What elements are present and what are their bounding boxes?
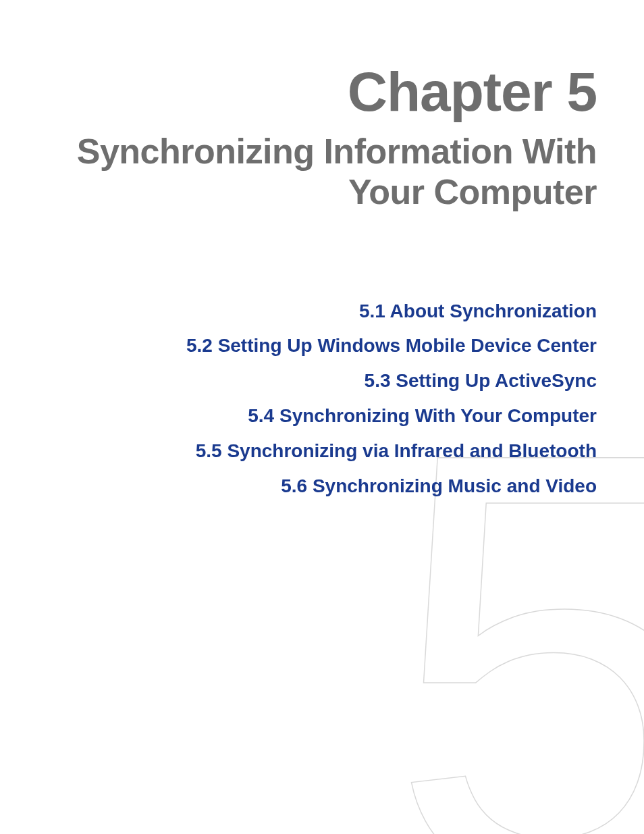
- chapter-toc: 5.1 About Synchronization 5.2 Setting Up…: [47, 294, 597, 504]
- toc-link-5-3[interactable]: 5.3 Setting Up ActiveSync: [47, 363, 597, 398]
- toc-link-5-1[interactable]: 5.1 About Synchronization: [47, 294, 597, 329]
- chapter-title: Synchronizing Information With Your Comp…: [47, 132, 597, 213]
- toc-link-5-5[interactable]: 5.5 Synchronizing via Infrared and Bluet…: [47, 434, 597, 469]
- toc-link-5-2[interactable]: 5.2 Setting Up Windows Mobile Device Cen…: [47, 328, 597, 363]
- chapter-number: Chapter 5: [47, 64, 597, 120]
- chapter-title-page: 5 Chapter 5 Synchronizing Information Wi…: [0, 0, 644, 834]
- toc-link-5-4[interactable]: 5.4 Synchronizing With Your Computer: [47, 398, 597, 434]
- toc-link-5-6[interactable]: 5.6 Synchronizing Music and Video: [47, 469, 597, 504]
